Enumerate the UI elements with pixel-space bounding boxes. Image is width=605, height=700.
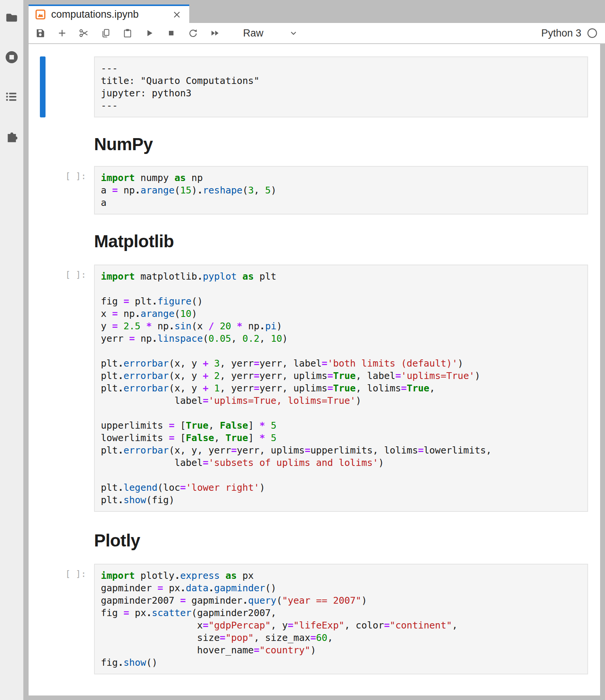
cell-type-dropdown[interactable]: Raw xyxy=(243,27,299,39)
play-icon xyxy=(144,28,155,38)
cell-prompt xyxy=(29,56,94,117)
raw-cell-text: --- title: "Quarto Computations" jupyter… xyxy=(101,62,581,112)
raw-cell-editor[interactable]: --- title: "Quarto Computations" jupyter… xyxy=(94,56,588,117)
bottom-status-strip xyxy=(29,695,605,700)
section-heading-matplotlib: Matplotlib xyxy=(94,231,605,252)
sidebar-divider xyxy=(23,0,29,700)
sidebar-item-extension-manager[interactable] xyxy=(4,129,19,145)
clipboard-icon xyxy=(122,28,133,38)
active-cell-indicator[interactable] xyxy=(40,56,46,117)
save-icon xyxy=(35,28,46,38)
stop-circle-icon xyxy=(4,50,19,66)
cell-type-value: Raw xyxy=(243,27,263,39)
scissors-icon xyxy=(79,28,89,38)
tab-computations-ipynb[interactable]: computations.ipynb xyxy=(29,5,189,23)
kernel-switcher[interactable]: Python 3 xyxy=(541,27,597,39)
cell-prompt: [ ]: xyxy=(29,564,94,674)
chevron-down-icon xyxy=(288,28,299,38)
code-cell-editor[interactable]: import matplotlib.pyplot as plt fig = pl… xyxy=(94,265,588,512)
sidebar-item-table-of-contents[interactable] xyxy=(4,90,19,105)
section-heading-numpy: NumPy xyxy=(94,134,605,155)
code-cell-numpy: [ ]: import numpy as np a = np.arange(15… xyxy=(29,166,605,215)
code-cell-plotly: [ ]: import plotly.express as px gapmind… xyxy=(29,564,605,674)
restart-kernel-button[interactable] xyxy=(187,27,199,39)
code-cell-editor[interactable]: import plotly.express as px gapminder = … xyxy=(94,564,588,674)
copy-icon xyxy=(100,28,111,38)
interrupt-kernel-button[interactable] xyxy=(166,27,177,39)
tab-title: computations.ipynb xyxy=(51,9,172,20)
code-cell-text: import numpy as np a = np.arange(15).res… xyxy=(101,172,581,209)
markdown-cell-plotly[interactable]: Plotly xyxy=(29,530,605,551)
left-sidebar xyxy=(0,0,23,700)
restart-run-all-button[interactable] xyxy=(209,27,220,39)
notebook-content: --- title: "Quarto Computations" jupyter… xyxy=(29,44,605,695)
puzzle-icon xyxy=(4,129,19,145)
save-button[interactable] xyxy=(35,27,46,39)
sidebar-item-running-kernels[interactable] xyxy=(4,50,19,65)
notebook-icon xyxy=(35,9,46,20)
stop-icon xyxy=(166,28,176,38)
run-cell-button[interactable] xyxy=(144,27,155,39)
copy-cells-button[interactable] xyxy=(100,27,111,39)
main-area: computations.ipynb xyxy=(29,0,605,700)
section-heading-plotly: Plotly xyxy=(94,530,605,551)
tab-bar: computations.ipynb xyxy=(29,0,605,23)
markdown-cell-numpy[interactable]: NumPy xyxy=(29,134,605,155)
sidebar-item-file-browser[interactable] xyxy=(4,11,19,26)
code-cell-editor[interactable]: import numpy as np a = np.arange(15).res… xyxy=(94,166,588,215)
markdown-cell-matplotlib[interactable]: Matplotlib xyxy=(29,231,605,252)
kernel-status-icon xyxy=(587,28,597,38)
refresh-icon xyxy=(188,28,198,38)
cell-prompt: [ ]: xyxy=(29,166,94,215)
list-icon xyxy=(5,90,19,105)
add-cell-button[interactable] xyxy=(56,27,68,39)
notebook-toolbar: Raw Python 3 xyxy=(29,23,605,44)
cell-prompt: [ ]: xyxy=(29,265,94,512)
paste-cells-button[interactable] xyxy=(122,27,133,39)
code-cell-text: import plotly.express as px gapminder = … xyxy=(101,569,581,669)
right-scrollbar-track xyxy=(600,44,605,695)
code-cell-text: import matplotlib.pyplot as plt fig = pl… xyxy=(101,270,581,506)
folder-icon xyxy=(5,11,19,26)
jupyterlab-window: computations.ipynb xyxy=(0,0,605,700)
kernel-name: Python 3 xyxy=(541,27,581,39)
cut-cells-button[interactable] xyxy=(78,27,90,39)
raw-cell-frontmatter: --- title: "Quarto Computations" jupyter… xyxy=(29,56,605,117)
fast-forward-icon xyxy=(210,28,220,38)
code-cell-matplotlib: [ ]: import matplotlib.pyplot as plt fig… xyxy=(29,265,605,512)
close-icon[interactable] xyxy=(172,10,182,20)
plus-icon xyxy=(57,28,67,38)
